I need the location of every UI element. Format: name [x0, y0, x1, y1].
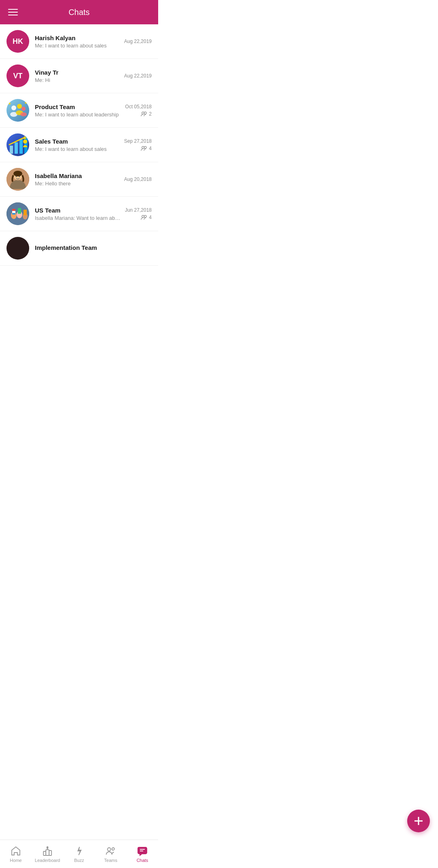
svg-text:★: ★: [8, 102, 11, 105]
chat-meta: Jun 27,2018 4: [125, 207, 152, 220]
svg-rect-12: [19, 139, 23, 154]
avatar: [6, 133, 29, 156]
chat-item-implementation-team[interactable]: Implementation Team: [0, 231, 158, 266]
page-title: Chats: [69, 8, 90, 17]
avatar-initials: VT: [13, 72, 22, 80]
svg-point-2: [17, 104, 22, 109]
svg-rect-27: [12, 211, 15, 213]
svg-rect-32: [24, 210, 27, 215]
header: Chats: [0, 0, 158, 24]
chat-name: Harish Kalyan: [35, 34, 121, 41]
chat-preview: Me: I want to learn about sales: [35, 146, 121, 152]
chat-members: 4: [141, 146, 152, 151]
svg-point-17: [144, 146, 147, 149]
svg-point-8: [142, 112, 144, 114]
avatar-initials: HK: [13, 37, 23, 46]
chat-item-us-team[interactable]: US Team Isabella Mariana: Want to learn …: [0, 197, 158, 231]
svg-rect-26: [12, 209, 15, 211]
members-count: 4: [149, 146, 152, 151]
avatar: ★ ★: [6, 99, 29, 122]
svg-point-5: [20, 112, 27, 116]
chat-name: Isabella Mariana: [35, 172, 121, 179]
svg-rect-10: [10, 146, 13, 154]
svg-rect-28: [12, 213, 15, 215]
menu-button[interactable]: [8, 9, 18, 15]
svg-rect-13: [24, 137, 28, 154]
svg-point-0: [11, 105, 16, 110]
chat-body: Sales Team Me: I want to learn about sal…: [35, 138, 121, 152]
chat-date: Aug 22,2019: [124, 73, 152, 79]
chat-name: Sales Team: [35, 138, 121, 145]
chat-meta: Sep 27,2018 4: [124, 138, 152, 151]
svg-point-21: [16, 176, 17, 177]
chat-date: Aug 20,2018: [124, 176, 152, 182]
chat-name: Vinay Tr: [35, 69, 121, 76]
chat-name: Implementation Team: [35, 244, 148, 251]
svg-text:★: ★: [24, 101, 28, 105]
chat-meta: Aug 20,2018: [124, 176, 152, 182]
avatar: VT: [6, 64, 29, 87]
avatar: [6, 237, 29, 260]
svg-point-4: [21, 107, 26, 111]
svg-point-20: [13, 171, 22, 176]
chat-body: Implementation Team: [35, 244, 148, 252]
avatar: [6, 168, 29, 191]
chat-body: Vinay Tr Me: Hi: [35, 69, 121, 83]
chat-body: US Team Isabella Mariana: Want to learn …: [35, 207, 122, 221]
chat-meta: Oct 05,2018 2: [125, 104, 152, 117]
members-count: 4: [149, 215, 152, 220]
svg-point-9: [144, 112, 147, 114]
chat-meta: Aug 22,2019: [124, 73, 152, 79]
chat-body: Isabella Mariana Me: Hello there: [35, 172, 121, 187]
chat-preview: Isabella Mariana: Want to learn about co…: [35, 215, 122, 221]
chat-body: Harish Kalyan Me: I want to learn about …: [35, 34, 121, 49]
chat-meta: Aug 22,2019: [124, 39, 152, 44]
chat-item-product-team[interactable]: ★ ★ Product Team Me: I want to learn abo…: [0, 93, 158, 128]
chat-preview: Me: I want to learn about leadership: [35, 112, 122, 118]
chat-item-sales-team[interactable]: Sales Team Me: I want to learn about sal…: [0, 128, 158, 162]
svg-rect-11: [15, 142, 18, 154]
members-count: 2: [149, 111, 152, 117]
chat-date: Aug 22,2019: [124, 39, 152, 44]
svg-rect-30: [18, 208, 21, 214]
chat-item-harish-kalyan[interactable]: HK Harish Kalyan Me: I want to learn abo…: [0, 24, 158, 59]
chat-preview: Me: Hello there: [35, 180, 121, 187]
chat-date: Sep 27,2018: [124, 138, 152, 144]
chat-preview: Me: I want to learn about sales: [35, 43, 121, 49]
svg-point-15: [23, 140, 27, 144]
avatar: HK: [6, 30, 29, 53]
svg-point-16: [142, 146, 144, 149]
chat-name: Product Team: [35, 103, 122, 110]
chat-list: HK Harish Kalyan Me: I want to learn abo…: [0, 24, 158, 266]
svg-point-22: [19, 176, 20, 177]
chat-date: Oct 05,2018: [125, 104, 152, 110]
chat-body: Product Team Me: I want to learn about l…: [35, 103, 122, 118]
svg-point-33: [142, 215, 144, 218]
avatar: [6, 202, 29, 225]
chat-name: US Team: [35, 207, 122, 214]
chat-item-isabella-mariana[interactable]: Isabella Mariana Me: Hello there Aug 20,…: [0, 162, 158, 197]
chat-preview: Me: Hi: [35, 77, 121, 83]
chat-members: 2: [141, 111, 152, 117]
chat-item-vinay-tr[interactable]: VT Vinay Tr Me: Hi Aug 22,2019: [0, 59, 158, 93]
chat-date: Jun 27,2018: [125, 207, 152, 213]
svg-point-34: [144, 215, 147, 218]
chat-members: 4: [141, 215, 152, 220]
